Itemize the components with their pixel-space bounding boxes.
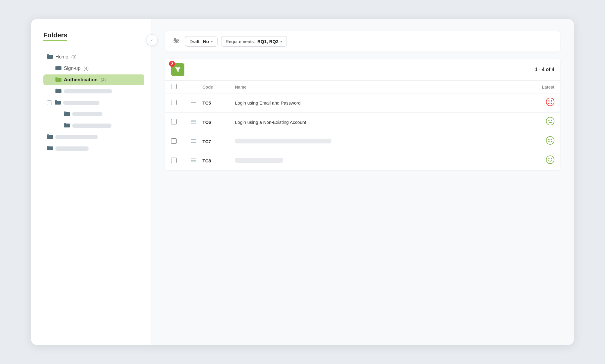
row-status-tc7 (518, 136, 554, 147)
sidebar-item-folder4b[interactable] (43, 120, 144, 131)
svg-rect-6 (55, 77, 58, 78)
row-drag-tc6[interactable] (187, 120, 200, 125)
folder-icon (47, 134, 53, 140)
svg-point-31 (551, 100, 552, 102)
select-all-checkbox[interactable] (171, 84, 177, 89)
svg-point-51 (548, 158, 550, 159)
row-drag-tc7[interactable] (187, 139, 200, 144)
svg-rect-3 (55, 66, 58, 67)
row-checkbox-tc8[interactable] (171, 158, 177, 163)
row-name-tc5: Login using Email and Password (235, 100, 516, 105)
folder-label: Home (55, 54, 68, 60)
row-checkbox-tc7[interactable] (171, 138, 177, 144)
requirements-label: Requirements: (226, 39, 255, 44)
fail-icon (546, 98, 554, 108)
sidebar-item-folder6[interactable] (43, 143, 144, 154)
app-container: Folders Home (0)Sign-up (4)Authenticatio… (31, 19, 574, 345)
folder-name-placeholder (55, 146, 89, 151)
svg-point-43 (547, 137, 554, 144)
col-header-name: Name (235, 85, 516, 89)
sidebar-item-signup[interactable]: Sign-up (4) (43, 63, 144, 74)
svg-point-23 (177, 40, 178, 42)
svg-point-38 (551, 120, 552, 121)
draft-chevron-icon: ▾ (211, 39, 213, 44)
column-headers: Code Name Latest (165, 81, 560, 93)
folder-icon (55, 65, 61, 72)
folder-icon (64, 122, 70, 129)
svg-rect-10 (55, 100, 57, 101)
svg-point-52 (551, 158, 552, 159)
test-cases-table: 2 1 - 4 of 4 Code Name Latest (165, 59, 560, 170)
folder-icon (64, 111, 70, 118)
requirements-chevron-icon: ▾ (280, 39, 282, 44)
row-status-tc5 (518, 98, 554, 108)
svg-point-30 (548, 100, 550, 102)
col-header-latest: Latest (518, 85, 554, 89)
sidebar-item-home[interactable]: Home (0) (43, 52, 144, 62)
svg-point-45 (551, 139, 552, 140)
table-row-tc5[interactable]: TC5Login using Email and Password (165, 93, 560, 113)
table-header-row: 2 1 - 4 of 4 (165, 59, 560, 81)
svg-point-50 (547, 156, 554, 163)
sidebar-item-folder5[interactable] (43, 132, 144, 143)
requirements-filter-dropdown[interactable]: Requirements: RQ1, RQ2 ▾ (221, 36, 287, 47)
row-name-placeholder (235, 158, 283, 163)
draft-label: Draft: (190, 39, 201, 44)
row-drag-tc5[interactable] (187, 100, 200, 106)
folder-icon (47, 54, 53, 60)
folder-name-placeholder (64, 89, 112, 93)
folder-count: (4) (83, 66, 89, 71)
svg-rect-8 (55, 89, 58, 90)
table-row-tc7[interactable]: TC7 (165, 132, 560, 151)
table-row-tc6[interactable]: TC6Login using a Non-Existing Account (165, 113, 560, 132)
funnel-icon (174, 66, 181, 73)
svg-point-44 (548, 139, 550, 140)
folder-name-placeholder (72, 112, 102, 116)
svg-rect-18 (47, 146, 49, 147)
row-drag-tc8[interactable] (187, 158, 200, 164)
folder-icon (55, 88, 61, 95)
draft-filter-dropdown[interactable]: Draft: No ▾ (185, 36, 218, 47)
row-name-tc8 (235, 158, 516, 164)
row-name-tc7 (235, 139, 516, 144)
folder-count: (0) (71, 55, 77, 59)
row-checkbox-tc5[interactable] (171, 100, 177, 105)
sidebar: Folders Home (0)Sign-up (4)Authenticatio… (31, 19, 152, 345)
folder-icon (55, 99, 61, 106)
row-name-placeholder (235, 139, 331, 143)
main-content: Draft: No ▾ Requirements: RQ1, RQ2 ▾ 2 (152, 19, 574, 345)
folder-name-placeholder (72, 124, 111, 128)
draft-value: No (203, 39, 209, 44)
folder-label: Sign-up (64, 66, 80, 71)
row-checkbox-tc6[interactable] (171, 119, 177, 124)
svg-point-24 (175, 42, 177, 43)
folder-name-placeholder (63, 101, 99, 105)
requirements-value: RQ1, RQ2 (257, 39, 278, 44)
sidebar-toggle-button[interactable]: ‹ (146, 34, 158, 46)
col-header-checkbox (171, 84, 184, 90)
row-name-tc6: Login using a Non-Existing Account (235, 120, 516, 125)
row-code-tc6: TC6 (202, 120, 233, 125)
sidebar-item-auth[interactable]: Authentication (4) (43, 74, 144, 85)
collapse-icon[interactable]: − (47, 100, 52, 105)
sidebar-item-folder4a[interactable] (43, 109, 144, 120)
svg-rect-12 (64, 111, 66, 113)
folder-tree: Home (0)Sign-up (4)Authentication (4)− (43, 52, 144, 154)
filter-bar: Draft: No ▾ Requirements: RQ1, RQ2 ▾ (165, 31, 560, 52)
table-row-tc8[interactable]: TC8 (165, 151, 560, 170)
settings-icon[interactable] (171, 37, 181, 46)
col-header-code: Code (202, 85, 233, 89)
svg-point-36 (547, 118, 554, 125)
folder-name-placeholder (55, 135, 98, 139)
svg-point-29 (547, 98, 554, 105)
folder-icon (55, 77, 61, 83)
sidebar-title: Folders (43, 31, 67, 41)
folder-label: Authentication (64, 77, 98, 83)
sidebar-item-folder3[interactable] (43, 86, 144, 97)
row-code-tc5: TC5 (202, 100, 233, 105)
svg-rect-16 (47, 134, 49, 136)
folder-icon (47, 145, 53, 152)
row-status-tc8 (518, 155, 554, 166)
active-filter-button[interactable]: 2 (171, 63, 184, 76)
sidebar-item-folder4[interactable]: − (43, 97, 144, 108)
